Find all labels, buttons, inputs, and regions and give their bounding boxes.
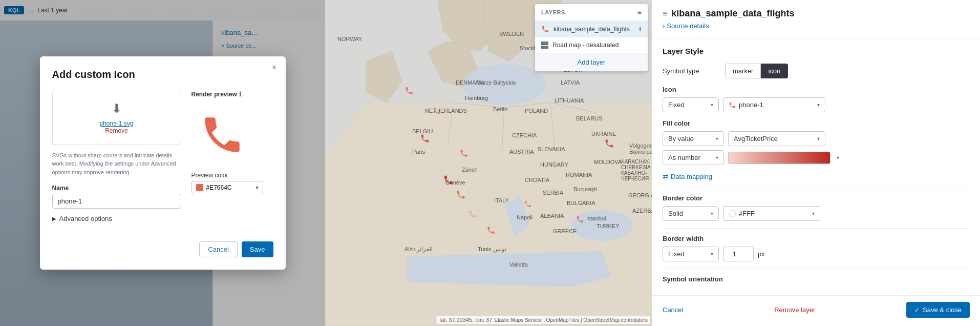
right-panel-footer: Cancel Remove layer ✓ Save & close	[652, 295, 980, 324]
right-panel-body: Layer Style Symbol type marker icon Icon…	[652, 38, 980, 295]
footer-remove-button[interactable]: Remove layer	[774, 306, 815, 314]
middle-panel: NORWAY SWEDEN ESTON LATVIA DENMARK LITHU…	[325, 0, 652, 326]
svg-point-1	[463, 64, 545, 105]
marker-button[interactable]: marker	[725, 64, 761, 78]
preview-color-label: Preview color	[191, 172, 273, 179]
as-number-row: As number ▾ ▾	[663, 150, 970, 165]
phone-marker-10	[604, 138, 614, 151]
border-color-section: Border color Solid ▾ #FFF ▾	[663, 194, 970, 221]
footer-save-button[interactable]: ✓ Save & close	[906, 302, 970, 318]
border-color-label: Border color	[663, 194, 970, 202]
panel-title-text: kibana_sample_data_flights	[671, 8, 794, 19]
add-layer-button[interactable]: Add layer	[535, 53, 648, 71]
phone-marker-2	[433, 107, 441, 117]
border-width-input[interactable]	[723, 247, 754, 261]
advanced-options-label: Advanced options	[59, 215, 112, 222]
data-mapping-link[interactable]: ⇄ Data mapping	[663, 172, 970, 180]
layer-info-icon[interactable]: ℹ	[639, 26, 642, 33]
fill-field-select[interactable]: AvgTicketPrice ▾	[728, 131, 825, 146]
as-number-label: As number	[668, 154, 700, 161]
source-details-link[interactable]: › Source details	[663, 22, 970, 30]
layers-title: LAYERS	[541, 9, 565, 15]
map-background-left: KQL ... Last 1 year kibana_sa... > Sourc…	[0, 0, 325, 326]
dialog-footer: Cancel Save	[52, 233, 273, 257]
preview-info-icon[interactable]: ℹ	[239, 91, 242, 98]
phone-marker-1	[404, 86, 414, 98]
border-width-section: Border width Fixed ▾ px	[663, 235, 970, 261]
fill-color-section: Fill color By value ▾ AvgTicketPrice ▾ A…	[663, 119, 970, 165]
chevron-width: ▾	[711, 251, 713, 257]
layer-style-section-title: Layer Style	[663, 47, 970, 55]
preview-icon-display	[191, 104, 253, 166]
dialog-overlay: × Add custom Icon ⬇ phone-1.svg Remove S…	[0, 0, 325, 326]
data-mapping-icon: ⇄	[663, 172, 669, 180]
border-width-type-label: Fixed	[668, 250, 685, 258]
upload-icon: ⬇	[63, 101, 171, 116]
symbol-type-buttons: marker icon	[725, 64, 788, 78]
save-button[interactable]: Save	[242, 241, 273, 257]
source-details-label: Source details	[667, 22, 709, 30]
layers-header-icon: ≡	[663, 9, 667, 18]
right-panel: ≡ kibana_sample_data_flights › Source de…	[652, 0, 980, 326]
save-close-label: Save & close	[923, 306, 962, 314]
border-width-type-select[interactable]: Fixed ▾	[663, 247, 719, 261]
fill-by-value-label: By value	[668, 135, 694, 142]
border-width-label: Border width	[663, 235, 970, 242]
icon-name-select[interactable]: phone-1 ▾	[723, 97, 825, 112]
upload-remove-button[interactable]: Remove	[63, 127, 171, 134]
as-number-dropdown[interactable]: As number ▾	[663, 150, 724, 165]
icon-type-label: Fixed	[668, 101, 685, 109]
border-solid-label: Solid	[668, 210, 683, 217]
color-value: #E7664C	[206, 184, 232, 191]
phone-svg-preview	[199, 112, 245, 158]
phone-icon-select	[729, 101, 736, 109]
cancel-button[interactable]: Cancel	[199, 241, 237, 257]
dialog-right-section: Render preview ℹ Preview color #E7664C	[191, 91, 273, 223]
layer-grid-icon	[541, 42, 548, 49]
map-container[interactable]: NORWAY SWEDEN ESTON LATVIA DENMARK LITHU…	[325, 0, 652, 326]
icon-type-select[interactable]: Fixed ▾	[663, 97, 719, 112]
upload-area[interactable]: ⬇ phone-1.svg Remove	[52, 91, 181, 145]
name-field-label: Name	[52, 185, 181, 192]
color-gradient-bar[interactable]	[728, 152, 830, 164]
upload-filename[interactable]: phone-1.svg	[63, 120, 171, 127]
border-width-row: Fixed ▾ px	[663, 247, 970, 261]
border-color-swatch	[729, 210, 736, 217]
icon-name-label: phone-1	[739, 101, 763, 109]
chevron-down-icon: ▾	[255, 184, 259, 191]
phone-marker-7	[468, 210, 477, 221]
phone-marker-8	[486, 226, 496, 237]
chevron-as-number: ▾	[716, 155, 718, 160]
advanced-options-toggle[interactable]: ▶ Advanced options	[52, 215, 181, 222]
icon-select-row: Fixed ▾ phone-1 ▾	[663, 97, 970, 112]
layers-menu-icon[interactable]: ≡	[637, 8, 642, 16]
icon-button[interactable]: icon	[761, 64, 788, 78]
border-color-value-label: #FFF	[739, 210, 755, 217]
dialog-left-section: ⬇ phone-1.svg Remove SVGs without sharp …	[52, 91, 181, 223]
right-panel-title: ≡ kibana_sample_data_flights	[663, 8, 970, 19]
icon-section-label: Icon	[663, 86, 970, 93]
phone-marker-9	[524, 200, 532, 211]
preview-color-select[interactable]: #E7664C ▾	[191, 181, 263, 194]
phone-marker-11	[576, 215, 584, 226]
layer-item-flights[interactable]: kibana_sample_data_flights ℹ	[535, 21, 648, 37]
px-unit-label: px	[758, 250, 765, 258]
symbol-type-row: Symbol type marker icon	[663, 64, 970, 78]
color-swatch	[196, 184, 203, 191]
fill-by-value-select[interactable]: By value ▾	[663, 131, 724, 146]
data-mapping-label: Data mapping	[671, 173, 712, 180]
border-color-value-select[interactable]: #FFF ▾	[723, 206, 820, 221]
add-custom-icon-dialog: × Add custom Icon ⬇ phone-1.svg Remove S…	[40, 56, 286, 270]
border-solid-select[interactable]: Solid ▾	[663, 206, 719, 221]
fill-color-label: Fill color	[663, 119, 970, 127]
border-color-row: Solid ▾ #FFF ▾	[663, 206, 970, 221]
name-input[interactable]	[52, 194, 181, 209]
dialog-close-button[interactable]: ×	[269, 63, 280, 73]
phone-marker-3	[420, 133, 430, 146]
layer-roadmap-name: Road map - desaturated	[552, 42, 642, 49]
layers-panel: LAYERS ≡ kibana_sample_data_flights ℹ Ro…	[535, 4, 648, 71]
chevron-border: ▾	[711, 211, 713, 216]
right-panel-header: ≡ kibana_sample_data_flights › Source de…	[652, 0, 980, 38]
footer-cancel-button[interactable]: Cancel	[663, 306, 683, 314]
layer-item-roadmap[interactable]: Road map - desaturated	[535, 37, 648, 53]
